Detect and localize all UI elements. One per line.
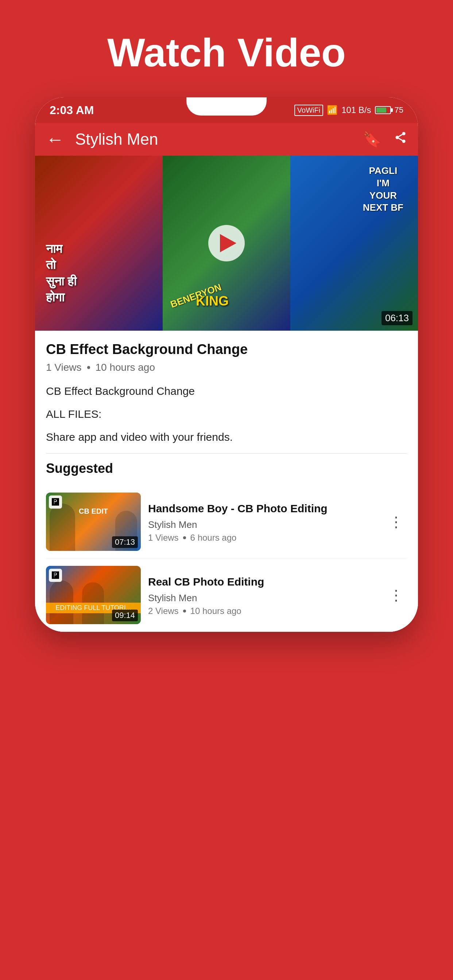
more-options-1[interactable]: ⋮ — [385, 510, 407, 534]
desc-line-1: CB Effect Background Change — [46, 382, 407, 400]
play-triangle-icon — [220, 234, 236, 252]
view-count: 1 Views — [46, 362, 82, 373]
suggested-info-1: Handsome Boy - CB Photo Editing Stylish … — [148, 501, 378, 543]
status-right-group: VoWiFi 📶 101 B/s 75 — [294, 105, 404, 116]
divider — [46, 453, 407, 453]
suggested-list: 🅿 CB EDIT 07:13 Handsome Boy - CB Photo … — [46, 485, 407, 632]
thumb-duration-2: 09:14 — [112, 609, 138, 621]
thumb-icon-picsart-2: 🅿 — [49, 569, 62, 582]
meta-dot — [87, 366, 90, 369]
app-bar-actions: 🔖 — [363, 131, 407, 148]
suggested-item-1[interactable]: 🅿 CB EDIT 07:13 Handsome Boy - CB Photo … — [46, 485, 407, 558]
video-title: CB Effect Background Change — [46, 342, 407, 357]
suggested-views-2: 2 Views — [148, 606, 179, 616]
video-info: CB Effect Background Change 1 Views 10 h… — [35, 331, 418, 446]
thumb-label-cbedit: CB EDIT — [46, 507, 141, 515]
time-ago: 10 hours ago — [96, 362, 155, 373]
suggested-title-2: Real CB Photo Editing — [148, 574, 378, 590]
suggested-channel-1: Stylish Men — [148, 519, 378, 530]
suggested-meta-2: 2 Views 10 hours ago — [148, 606, 378, 616]
signal-bars-icon: 📶 — [327, 105, 338, 115]
signal-label: VoWiFi — [294, 105, 323, 116]
bookmark-icon[interactable]: 🔖 — [363, 131, 381, 148]
status-time: 2:03 AM — [49, 103, 94, 117]
meta-dot-1 — [183, 536, 186, 539]
svg-point-1 — [396, 135, 399, 139]
thumb-2: 🅿 EDITING FULL TUTORI... 09:14 — [46, 566, 141, 624]
battery-percent: 75 — [395, 105, 404, 115]
suggested-section: Suggested 🅿 CB EDIT 07:13 Handsome Boy — [35, 453, 418, 632]
suggested-meta-1: 1 Views 6 hours ago — [148, 533, 378, 543]
video-text-hindi: नामतोसुना हीहोगा — [46, 240, 77, 305]
suggested-time-2: 10 hours ago — [190, 606, 241, 616]
more-options-2[interactable]: ⋮ — [385, 583, 407, 607]
svg-point-2 — [402, 140, 405, 143]
phone-frame: 2:03 AM VoWiFi 📶 101 B/s 75 ← Stylish Me… — [35, 97, 418, 632]
svg-line-3 — [399, 138, 402, 140]
page-title: Watch Video — [0, 29, 453, 75]
svg-line-4 — [399, 134, 402, 136]
back-button[interactable]: ← — [46, 129, 64, 150]
battery-icon — [375, 106, 391, 114]
notch — [187, 97, 266, 116]
suggested-title-1: Handsome Boy - CB Photo Editing — [148, 501, 378, 516]
desc-line-3: Share app and video with your friends. — [46, 428, 407, 446]
suggested-time-1: 6 hours ago — [190, 533, 237, 543]
meta-dot-2 — [183, 609, 186, 612]
thumb-1: 🅿 CB EDIT 07:13 — [46, 493, 141, 551]
play-button[interactable] — [208, 225, 245, 261]
suggested-views-1: 1 Views — [148, 533, 179, 543]
thumb-icon-picsart: 🅿 — [49, 495, 62, 509]
thumb-duration-1: 07:13 — [112, 536, 138, 548]
desc-line-2: ALL FILES: — [46, 406, 407, 423]
svg-point-0 — [402, 132, 405, 135]
app-bar-title: Stylish Men — [75, 130, 352, 148]
suggested-title: Suggested — [46, 461, 407, 476]
video-meta: 1 Views 10 hours ago — [46, 362, 407, 373]
suggested-item-2[interactable]: 🅿 EDITING FULL TUTORI... 09:14 Real CB P… — [46, 558, 407, 632]
share-icon[interactable] — [394, 131, 407, 148]
video-text-pagli: PAGLII'MYOURNEXT BF — [363, 165, 404, 214]
suggested-info-2: Real CB Photo Editing Stylish Men 2 View… — [148, 574, 378, 616]
speed-label: 101 B/s — [341, 105, 371, 115]
video-duration: 06:13 — [381, 311, 413, 325]
video-player[interactable]: नामतोसुना हीहोगा PAGLII'MYOURNEXT BF KIN… — [35, 156, 418, 331]
suggested-channel-2: Stylish Men — [148, 592, 378, 604]
status-bar: 2:03 AM VoWiFi 📶 101 B/s 75 — [35, 97, 418, 123]
app-bar: ← Stylish Men 🔖 — [35, 123, 418, 156]
